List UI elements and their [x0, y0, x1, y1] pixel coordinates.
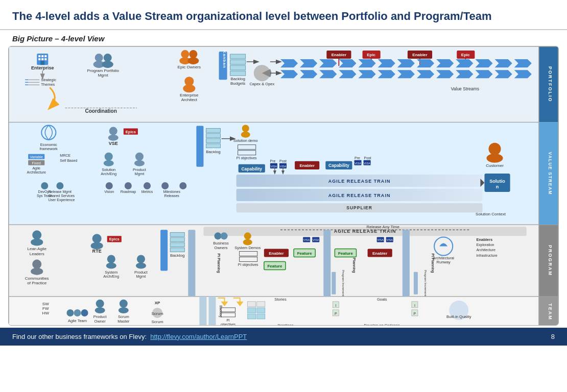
svg-point-204 [91, 242, 103, 249]
svg-rect-301 [248, 301, 256, 306]
svg-text:n: n [496, 184, 499, 189]
svg-point-154 [241, 131, 250, 137]
svg-text:Owners: Owners [215, 246, 228, 250]
svg-point-278 [119, 307, 129, 313]
svg-text:Develop on Cadence: Develop on Cadence [364, 323, 400, 326]
svg-point-44 [187, 57, 199, 64]
footer-link[interactable]: http://flevy.com/author/LearnPPT [150, 333, 247, 340]
svg-point-285 [66, 309, 74, 316]
svg-point-273 [96, 299, 104, 307]
svg-rect-53 [230, 60, 246, 64]
svg-text:VISA: VISA [386, 238, 393, 241]
svg-text:Enterprise: Enterprise [31, 65, 54, 70]
svg-text:System Demos: System Demos [234, 246, 261, 250]
header: The 4-level adds a Value Stream organiza… [0, 0, 567, 30]
svg-point-116 [108, 134, 119, 140]
svg-text:VISA: VISA [364, 161, 370, 164]
svg-text:Capability: Capability [241, 166, 262, 171]
svg-text:PI: PI [227, 318, 230, 322]
svg-rect-293 [208, 296, 216, 325]
svg-point-41 [181, 50, 189, 58]
svg-rect-291 [199, 296, 206, 325]
svg-rect-219 [170, 237, 184, 241]
svg-rect-19 [41, 55, 43, 57]
svg-point-135 [106, 182, 113, 189]
svg-text:PI objectives: PI objectives [238, 262, 258, 266]
svg-text:Release Mgmt: Release Mgmt [49, 190, 72, 194]
svg-point-124 [135, 152, 144, 160]
svg-text:Solution Context: Solution Context [476, 212, 506, 216]
svg-text:Solution demo: Solution demo [233, 138, 258, 142]
svg-text:Roadmap: Roadmap [121, 190, 136, 194]
svg-text:Enabler: Enabler [372, 251, 387, 255]
svg-rect-218 [170, 232, 184, 236]
svg-text:Strategic: Strategic [41, 78, 56, 82]
svg-rect-55 [230, 71, 246, 76]
svg-text:Agile: Agile [32, 166, 40, 170]
svg-text:Infrastructure: Infrastructure [476, 253, 497, 257]
svg-text:VISA: VISA [271, 164, 277, 167]
svg-text:PORTFOLIO: PORTFOLIO [548, 66, 553, 103]
svg-text:Customer: Customer [486, 163, 504, 167]
svg-text:Exploration: Exploration [476, 243, 494, 247]
svg-text:objectives: objectives [221, 323, 236, 326]
svg-point-232 [243, 239, 252, 245]
svg-point-225 [214, 232, 221, 239]
svg-text:Post: Post [279, 159, 287, 162]
svg-text:Owner: Owner [94, 319, 106, 324]
svg-point-208 [107, 255, 115, 263]
svg-point-274 [95, 307, 105, 313]
svg-rect-24 [40, 61, 44, 65]
svg-point-138 [161, 182, 169, 189]
svg-text:Releases: Releases [164, 194, 180, 198]
svg-text:FW: FW [42, 306, 49, 310]
svg-text:Feature: Feature [267, 263, 282, 268]
svg-text:Scrum: Scrum [152, 311, 163, 316]
svg-rect-249 [403, 230, 410, 296]
svg-text:Stories: Stories [274, 297, 287, 301]
svg-text:Capability: Capability [328, 162, 349, 167]
svg-rect-20 [44, 55, 46, 57]
svg-text:Runway: Runway [437, 259, 451, 264]
svg-text:P: P [414, 312, 416, 315]
svg-text:Mgmt: Mgmt [98, 73, 109, 78]
page-wrapper: The 4-level adds a Value Stream organiza… [0, 0, 567, 346]
svg-text:Goals: Goals [377, 297, 387, 301]
svg-text:Mgmt: Mgmt [135, 172, 145, 176]
svg-text:I: I [335, 303, 336, 307]
svg-text:VISA: VISA [313, 238, 319, 241]
svg-text:Post: Post [364, 156, 371, 159]
svg-rect-223 [188, 230, 195, 296]
svg-point-125 [134, 160, 145, 166]
svg-text:Backlog: Backlog [170, 253, 185, 257]
svg-point-37 [104, 54, 112, 62]
svg-point-35 [95, 54, 103, 62]
svg-point-179 [488, 142, 501, 155]
svg-point-136 [125, 182, 132, 189]
svg-point-129 [56, 182, 63, 189]
svg-rect-18 [38, 55, 40, 57]
subtitle: Big Picture – 4-level View [0, 30, 567, 46]
svg-text:Arch/Eng: Arch/Eng [101, 172, 116, 176]
svg-point-38 [102, 61, 113, 68]
svg-text:Enterprise: Enterprise [180, 93, 199, 97]
svg-rect-304 [257, 301, 265, 306]
svg-rect-303 [248, 314, 256, 319]
svg-point-213 [136, 262, 146, 268]
svg-rect-306 [257, 314, 265, 319]
svg-text:Epic: Epic [367, 53, 375, 57]
svg-point-203 [92, 234, 102, 243]
svg-text:HW: HW [42, 311, 50, 315]
svg-text:Solutio: Solutio [489, 179, 505, 184]
svg-point-120 [105, 152, 113, 160]
svg-text:Backlog: Backlog [206, 149, 221, 154]
svg-text:Vision: Vision [104, 190, 114, 193]
svg-rect-305 [257, 307, 265, 312]
svg-text:Enabler: Enabler [299, 163, 314, 167]
svg-rect-148 [206, 133, 220, 137]
svg-text:Lean Agile: Lean Agile [27, 247, 46, 251]
diagram-container: PORTFOLIO VALUE STREAM PROGRAM TEAM [8, 46, 559, 326]
svg-rect-266 [332, 272, 336, 294]
svg-text:Feature: Feature [338, 251, 353, 255]
svg-text:PI objectives: PI objectives [237, 156, 257, 160]
